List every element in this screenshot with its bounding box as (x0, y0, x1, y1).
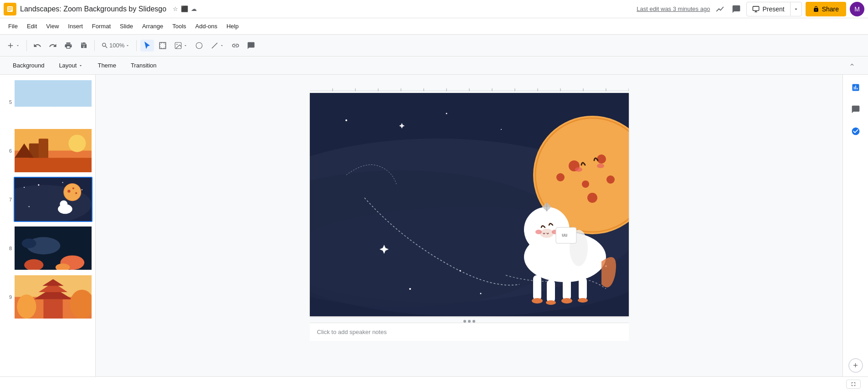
svg-point-102 (546, 300, 556, 305)
select-tool[interactable] (140, 40, 154, 51)
toolbar: 100% (0, 35, 868, 57)
svg-rect-18 (15, 80, 92, 107)
present-icon[interactable]: ⬛ (181, 5, 188, 12)
svg-line-9 (212, 43, 217, 48)
cloud-save-icon[interactable]: ☁ (191, 5, 197, 12)
add-button[interactable] (4, 40, 23, 51)
star-icon[interactable]: ☆ (173, 5, 178, 12)
undo-button[interactable] (31, 40, 44, 51)
image-tool[interactable] (171, 40, 190, 51)
svg-point-31 (82, 189, 82, 190)
menu-file[interactable]: File (4, 21, 22, 31)
present-dropdown-arrow[interactable] (791, 2, 801, 16)
menu-insert[interactable]: Insert (63, 21, 87, 31)
svg-point-32 (29, 206, 30, 207)
svg-point-88 (597, 164, 604, 168)
divider-2 (94, 40, 95, 51)
divider-3 (136, 40, 137, 51)
list-item: 8 (2, 225, 93, 272)
avatar[interactable]: M (850, 2, 864, 16)
line-tool[interactable] (208, 40, 227, 51)
slide-thumbnail-7[interactable] (14, 177, 92, 222)
svg-point-21 (68, 135, 86, 152)
svg-point-75 (409, 288, 411, 290)
theme-button[interactable]: Theme (92, 60, 121, 71)
title-bar: Landscapes: Zoom Backgrounds by Slidesgo… (0, 0, 868, 18)
svg-rect-99 (563, 275, 571, 300)
sidebar-add-button[interactable]: + (848, 358, 863, 373)
collapse-panel-button[interactable] (843, 60, 861, 71)
menu-format[interactable]: Format (87, 21, 115, 31)
menu-bar: File Edit View Insert Format Slide Arran… (0, 18, 868, 35)
fit-to-page-button[interactable] (846, 380, 861, 389)
svg-point-85 (556, 173, 565, 181)
layout-label: Layout (59, 62, 77, 69)
select-frame-tool[interactable] (156, 40, 169, 51)
slide-thumbnail-9[interactable] (14, 274, 92, 319)
svg-point-41 (22, 239, 36, 248)
svg-point-30 (62, 182, 63, 183)
menu-help[interactable]: Help (222, 21, 243, 31)
svg-text:uu: uu (562, 232, 567, 237)
share-button[interactable]: Share (806, 2, 846, 16)
svg-rect-5 (160, 42, 166, 49)
list-item: 6 (2, 127, 93, 174)
svg-rect-4 (753, 6, 759, 10)
check-sidebar-button[interactable] (847, 122, 865, 140)
list-item: 5 (2, 78, 93, 125)
menu-view[interactable]: View (41, 21, 63, 31)
slide-panel: 5 (0, 75, 96, 376)
svg-point-104 (578, 298, 588, 303)
svg-rect-96 (540, 248, 554, 262)
svg-rect-97 (533, 275, 541, 300)
comments-button[interactable] (730, 3, 743, 15)
present-button[interactable]: Present (747, 2, 790, 16)
slide-options-toolbar: Background Layout Theme Transition (0, 57, 868, 75)
svg-point-33 (64, 184, 81, 201)
comments-sidebar-button[interactable] (847, 100, 865, 118)
menu-tools[interactable]: Tools (168, 21, 190, 31)
paint-format-button[interactable] (77, 40, 91, 51)
svg-point-103 (561, 298, 572, 304)
svg-point-7 (177, 44, 178, 45)
svg-point-29 (38, 184, 39, 185)
slide-thumbnail-8[interactable] (14, 226, 92, 271)
svg-rect-3 (8, 10, 11, 11)
svg-point-84 (582, 180, 589, 188)
last-edit-status[interactable]: Last edit was 3 minutes ago (637, 5, 710, 12)
svg-point-101 (532, 298, 543, 304)
comment-tool[interactable] (244, 40, 258, 51)
menu-arrange[interactable]: Arrange (138, 21, 168, 31)
slide-number-7: 7 (3, 197, 12, 202)
insights-button[interactable] (714, 3, 726, 15)
svg-point-34 (67, 190, 70, 193)
svg-point-73 (446, 113, 447, 114)
status-bar (0, 376, 868, 391)
explore-sidebar-button[interactable] (847, 78, 865, 97)
slide-thumbnail-6[interactable] (14, 128, 92, 173)
zoom-button[interactable]: 100% (98, 40, 133, 51)
menu-slide[interactable]: Slide (115, 21, 138, 31)
layout-button[interactable]: Layout (53, 60, 88, 71)
svg-point-82 (597, 154, 606, 164)
svg-point-51 (17, 295, 36, 319)
background-button[interactable]: Background (7, 60, 50, 71)
canvas-area: uu Click to add speaker notes (96, 75, 842, 376)
app-icon[interactable] (4, 3, 16, 15)
slide-thumbnail-5[interactable] (14, 79, 92, 124)
svg-point-83 (606, 175, 615, 184)
menu-edit[interactable]: Edit (22, 21, 41, 31)
shape-tool[interactable] (192, 40, 206, 51)
print-button[interactable] (62, 40, 75, 51)
menu-addons[interactable]: Add-ons (191, 21, 222, 31)
svg-rect-98 (547, 280, 555, 303)
redo-button[interactable] (46, 40, 60, 51)
svg-point-86 (587, 193, 597, 203)
svg-point-38 (60, 201, 67, 208)
present-button-group: Present (746, 2, 801, 16)
link-tool[interactable] (229, 40, 242, 51)
slide-canvas[interactable]: uu (310, 93, 629, 316)
speaker-notes[interactable]: Click to add speaker notes (310, 323, 629, 341)
transition-button[interactable]: Transition (125, 60, 162, 71)
slide-number-9: 9 (3, 294, 12, 300)
